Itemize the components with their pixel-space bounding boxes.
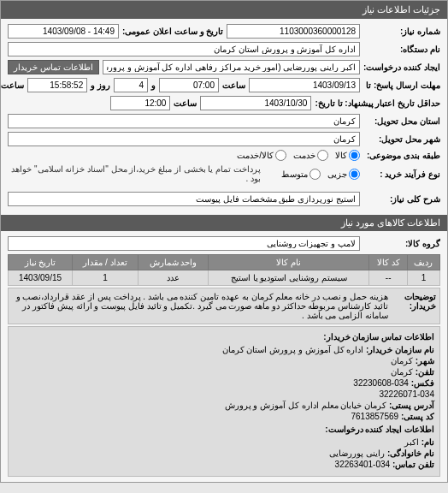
group-label: گروه کالا: xyxy=(363,239,440,248)
device-label: نام دستگاه: xyxy=(363,45,440,54)
radio-mid[interactable] xyxy=(309,169,321,180)
process-label: نوع فرآیند خرید : xyxy=(363,169,440,179)
th-name: نام کالا xyxy=(209,255,369,270)
org-val: اداره کل آموزش و پرورش استان کرمان xyxy=(222,345,364,354)
deadline-to-label: حداقل تاریخ اعتبار پیشنهاد: تا تاریخ: xyxy=(315,98,440,108)
th-qty: تعداد / مقدار xyxy=(73,255,139,270)
number-label: شماره نیاز: xyxy=(363,27,440,36)
date1-input[interactable] xyxy=(249,78,360,92)
org-key: نام سازمان خریدار: xyxy=(366,345,434,354)
desc-text: هزینه حمل و نصب در خانه معلم کرمان به عه… xyxy=(12,292,388,320)
city-key: شهر: xyxy=(416,356,434,365)
main-panel: جزئیات اطلاعات نیاز شماره نیاز: تاریخ و … xyxy=(0,0,448,483)
zip-val: 7613857569 xyxy=(351,412,398,421)
addr-key: آدرس پستی: xyxy=(389,401,434,410)
req-title: اطلاعات ایجاد کننده درخواست: xyxy=(14,425,434,434)
title-bar: جزئیات اطلاعات نیاز xyxy=(1,1,447,19)
summary-label: شرح کلی نیاز: xyxy=(363,194,440,204)
contact-section: اطلاعات تماس سازمان خریدار: نام سازمان خ… xyxy=(8,326,440,477)
radio-both[interactable] xyxy=(275,150,286,161)
and-label: و xyxy=(151,80,156,90)
form-section: شماره نیاز: تاریخ و ساعت اعلان عمومی: نا… xyxy=(1,19,447,215)
remain-input[interactable] xyxy=(27,78,87,92)
city-val: کرمان xyxy=(391,356,413,365)
contact-buyer-button[interactable]: اطلاعات تماس خریدار xyxy=(8,60,99,74)
tel-key: تلفن تماس: xyxy=(392,460,434,469)
remaining-label: ساعت باقی مانده xyxy=(0,80,24,90)
radio-mid-label[interactable]: متوسط xyxy=(281,169,321,180)
lname-key: نام خانوادگی: xyxy=(387,448,434,458)
tel-val: 034-32263401 xyxy=(335,460,391,469)
td-name: سیستم روشنایی استودیو یا استیج xyxy=(209,270,369,286)
addr-val: کرمان خیابان معلم اداره کل آموزش و پرورش xyxy=(225,401,386,410)
days-input[interactable] xyxy=(114,78,148,92)
province-label: استان محل تحویل: xyxy=(363,116,440,126)
city-input[interactable] xyxy=(8,132,360,146)
payment-note: پرداخت تمام یا بخشی از مبلغ خرید،از محل … xyxy=(8,164,261,183)
desc-label: توضیحات خریدار: xyxy=(393,292,436,311)
datetime-input[interactable] xyxy=(8,24,119,39)
phone-val: کرمان xyxy=(391,367,413,377)
hour-label-2: ساعت xyxy=(174,98,197,108)
date2-input[interactable] xyxy=(200,96,311,110)
radio-service[interactable] xyxy=(317,150,328,161)
th-unit: واحد شمارش xyxy=(138,255,209,270)
td-unit: عدد xyxy=(138,270,209,286)
zip-key: کد پستی: xyxy=(401,412,434,421)
fax-val: 034-32230608 xyxy=(353,378,409,388)
radio-low-label[interactable]: جزیی xyxy=(327,169,360,180)
time2-input[interactable] xyxy=(110,96,170,110)
phone-key: تلفن: xyxy=(416,367,434,377)
items-header: اطلاعات کالاهای مورد نیاز xyxy=(1,215,447,231)
th-code: کد کالا xyxy=(369,255,407,270)
number-input[interactable] xyxy=(227,24,360,39)
lname-val: راینی پوررضایی xyxy=(329,448,385,458)
requester-label: ایجاد کننده درخواست: xyxy=(363,62,440,72)
city-label: شهر محل تحویل: xyxy=(363,134,440,144)
device-input[interactable] xyxy=(8,42,360,56)
td-code: -- xyxy=(369,270,407,286)
requester-input[interactable] xyxy=(103,60,360,74)
th-date: تاریخ نیاز xyxy=(9,255,73,270)
name-val: اکبر xyxy=(404,437,419,447)
summary-input[interactable] xyxy=(8,192,360,206)
contact-title: اطلاعات تماس سازمان خریدار: xyxy=(14,332,434,342)
table-row[interactable]: 1 -- سیستم روشنایی استودیو یا استیج عدد … xyxy=(9,270,440,286)
radio-low[interactable] xyxy=(349,169,360,180)
process-radio-group: جزیی متوسط xyxy=(281,169,360,180)
radio-goods-label[interactable]: کالا xyxy=(335,150,360,161)
td-date: 1403/09/15 xyxy=(9,270,73,286)
time1-input[interactable] xyxy=(159,78,219,92)
datetime-label: تاریخ و ساعت اعلان عمومی: xyxy=(122,27,223,36)
table-header-row: ردیف کد کالا نام کالا واحد شمارش تعداد /… xyxy=(9,255,440,270)
deadline-from-label: مهلت ارسال پاسخ: تا xyxy=(363,80,440,90)
radio-service-label[interactable]: خدمت xyxy=(293,150,328,161)
td-qty: 1 xyxy=(73,270,139,286)
province-input[interactable] xyxy=(8,114,360,128)
radio-goods[interactable] xyxy=(349,150,360,161)
th-row: ردیف xyxy=(407,255,439,270)
radio-both-label[interactable]: کالا/خدمت xyxy=(237,150,286,161)
items-table: ردیف کد کالا نام کالا واحد شمارش تعداد /… xyxy=(8,254,440,286)
day-label: روز و xyxy=(91,80,110,90)
hour-label-1: ساعت xyxy=(222,80,245,90)
fax2-val: 32226071-034 xyxy=(379,389,434,399)
name-key: نام: xyxy=(421,437,434,447)
category-label: طبقه بندی موضوعی: xyxy=(363,151,440,160)
td-row: 1 xyxy=(407,270,439,286)
category-radio-group: کالا خدمت کالا/خدمت xyxy=(237,150,360,161)
description-box: توضیحات خریدار: هزینه حمل و نصب در خانه … xyxy=(8,288,440,324)
group-input[interactable] xyxy=(8,236,360,251)
fax-key: فکس: xyxy=(411,378,434,388)
